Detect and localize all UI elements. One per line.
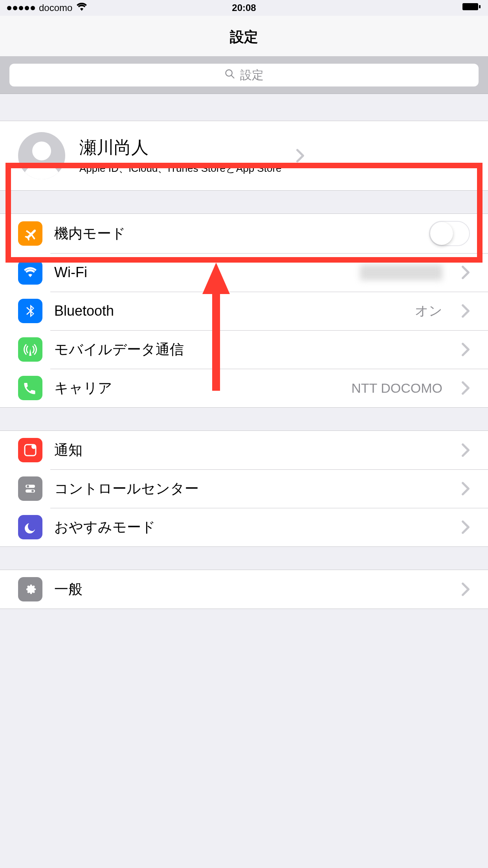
account-name: 瀬川尚人 xyxy=(79,136,282,159)
phone-icon xyxy=(18,376,42,400)
airplane-label: 機内モード xyxy=(54,224,417,243)
svg-point-7 xyxy=(27,485,29,487)
spacer xyxy=(0,191,488,213)
wifi-value xyxy=(360,265,442,280)
general-row[interactable]: 一般 xyxy=(0,570,488,609)
account-group: 瀬川尚人 Apple ID、iCloud、iTunes StoreとApp St… xyxy=(0,121,488,191)
carrier-value: NTT DOCOMO xyxy=(351,381,442,396)
apple-id-row[interactable]: 瀬川尚人 Apple ID、iCloud、iTunes StoreとApp St… xyxy=(0,121,488,190)
status-right xyxy=(462,2,481,14)
chevron-right-icon xyxy=(461,381,470,395)
wifi-status-icon xyxy=(76,2,87,13)
general-group: 一般 xyxy=(0,570,488,609)
cellular-row[interactable]: モバイルデータ通信 xyxy=(0,330,488,369)
page-title: 設定 xyxy=(0,16,488,57)
dnd-row[interactable]: おやすみモード xyxy=(0,508,488,546)
search-icon xyxy=(224,68,235,82)
svg-rect-1 xyxy=(479,5,481,8)
spacer xyxy=(0,94,488,121)
cellular-icon xyxy=(18,337,42,362)
battery-icon xyxy=(462,2,481,14)
chevron-right-icon xyxy=(461,304,470,318)
search-placeholder: 設定 xyxy=(240,67,264,83)
svg-line-3 xyxy=(231,75,234,78)
airplane-mode-row[interactable]: 機内モード xyxy=(0,214,488,253)
dnd-label: おやすみモード xyxy=(54,518,449,537)
airplane-icon xyxy=(18,221,42,246)
airplane-toggle[interactable] xyxy=(429,221,470,246)
search-input[interactable]: 設定 xyxy=(9,64,479,86)
cellular-label: モバイルデータ通信 xyxy=(54,340,449,359)
status-bar: docomo 20:08 xyxy=(0,0,488,16)
system-group: 通知 コントロールセンター おやすみモード xyxy=(0,430,488,547)
svg-point-5 xyxy=(31,444,36,449)
avatar-icon xyxy=(18,132,65,179)
chevron-right-icon xyxy=(296,149,305,163)
notifications-icon xyxy=(18,438,42,462)
carrier-row[interactable]: キャリア NTT DOCOMO xyxy=(0,369,488,407)
bluetooth-value: オン xyxy=(415,302,442,320)
control-center-label: コントロールセンター xyxy=(54,479,449,498)
general-label: 一般 xyxy=(54,580,449,599)
chevron-right-icon xyxy=(461,482,470,496)
bluetooth-icon xyxy=(18,299,42,323)
chevron-right-icon xyxy=(461,342,470,357)
connectivity-group: 機内モード Wi-Fi Bluetooth オン モバイルデータ通信 xyxy=(0,213,488,408)
account-subtitle: Apple ID、iCloud、iTunes StoreとApp Store xyxy=(79,162,282,175)
moon-icon xyxy=(18,515,42,539)
search-container: 設定 xyxy=(0,57,488,94)
clock: 20:08 xyxy=(232,2,256,13)
gear-icon xyxy=(18,577,42,601)
control-center-row[interactable]: コントロールセンター xyxy=(0,469,488,508)
account-text: 瀬川尚人 Apple ID、iCloud、iTunes StoreとApp St… xyxy=(79,136,282,175)
svg-point-9 xyxy=(31,490,34,492)
notifications-row[interactable]: 通知 xyxy=(0,431,488,469)
wifi-label: Wi-Fi xyxy=(54,264,348,281)
carrier-label: キャリア xyxy=(54,379,339,398)
chevron-right-icon xyxy=(461,265,470,280)
bluetooth-row[interactable]: Bluetooth オン xyxy=(0,292,488,330)
spacer xyxy=(0,547,488,570)
bluetooth-label: Bluetooth xyxy=(54,303,403,319)
wifi-icon xyxy=(18,260,42,285)
signal-strength-icon xyxy=(7,6,35,10)
notifications-label: 通知 xyxy=(54,441,449,460)
status-left: docomo xyxy=(7,2,87,13)
chevron-right-icon xyxy=(461,520,470,534)
chevron-right-icon xyxy=(461,443,470,457)
spacer xyxy=(0,408,488,430)
svg-rect-0 xyxy=(462,3,478,10)
carrier-label: docomo xyxy=(39,2,72,13)
wifi-row[interactable]: Wi-Fi xyxy=(0,253,488,292)
control-center-icon xyxy=(18,476,42,501)
chevron-right-icon xyxy=(461,582,470,596)
